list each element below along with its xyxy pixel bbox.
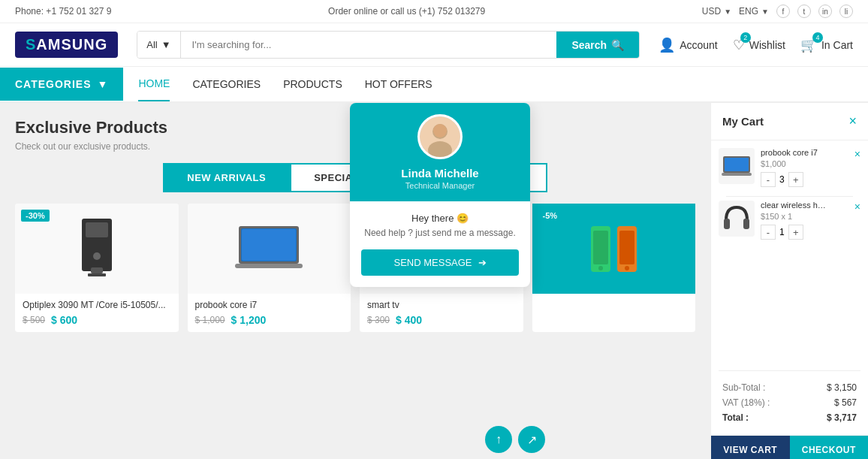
qty-plus-button[interactable]: +: [788, 225, 803, 240]
qty-minus-button[interactable]: -: [761, 172, 776, 187]
cart-item: clear wireless hea... $150 x 1 - 1 + ×: [719, 201, 860, 240]
top-bar: Phone: +1 752 01 327 9 Order online or c…: [0, 0, 868, 23]
categories-chevron-icon: ▼: [98, 78, 109, 90]
bottom-actions: ↑ ↗: [485, 426, 545, 453]
svg-rect-28: [743, 219, 749, 229]
qty-value: 1: [779, 227, 785, 237]
account-action[interactable]: 👤 Account: [659, 37, 718, 53]
subtotal-value: $ 3,150: [827, 382, 857, 393]
svg-rect-4: [88, 273, 106, 276]
product-info: Optiplex 3090 MT /Core i5-10505/... $ 50…: [15, 294, 179, 332]
currency-selector[interactable]: USD ▼: [702, 6, 731, 17]
cart-items: probook core i7 $1,000 - 3 + ×: [711, 140, 868, 367]
phone-icon: [589, 225, 612, 273]
send-message-button[interactable]: SEND MESSAGE ➔: [361, 249, 519, 276]
laptop-icon: [231, 222, 306, 275]
search-button-label: Search: [571, 39, 607, 51]
nav-link-categories[interactable]: CATEGORIES: [192, 68, 261, 101]
price-old: $ 500: [23, 315, 45, 325]
svg-rect-8: [235, 264, 303, 268]
linkedin-icon[interactable]: li: [839, 5, 853, 18]
chat-popup-body: Hey there 😊 Need help ? just send me a m…: [350, 201, 530, 287]
svg-rect-15: [593, 231, 608, 264]
chat-message: Need help ? just send me a message.: [361, 228, 519, 238]
cart-item-price: $150 x 1: [761, 212, 848, 221]
cart-item-qty: - 1 +: [761, 225, 848, 240]
price-old: $ 300: [367, 315, 390, 325]
cart-item: probook core i7 $1,000 - 3 + ×: [719, 148, 860, 187]
total-label: Total :: [722, 412, 749, 423]
cart-item-details: probook core i7 $1,000 - 3 +: [761, 148, 848, 187]
products-area: Exclusive Products Check out our exclusi…: [0, 103, 710, 459]
heart-icon: ♡ 2: [733, 37, 745, 53]
price-new: $ 1,200: [231, 314, 267, 326]
chat-popup-header: Linda Michelle Technical Manager: [350, 103, 530, 201]
vat-value: $ 567: [834, 397, 857, 408]
nav-link-home[interactable]: HOME: [138, 67, 170, 101]
top-bar-right: USD ▼ ENG ▼ f t in li: [702, 5, 853, 18]
search-input[interactable]: [181, 32, 557, 58]
product-badge: -5%: [538, 210, 562, 222]
cart-item-remove-button[interactable]: ×: [854, 148, 860, 160]
chat-greeting: Hey there 😊: [361, 213, 519, 224]
logo[interactable]: SAMSUNG: [15, 32, 118, 58]
nav-link-products[interactable]: PRODUCTS: [283, 68, 342, 101]
language-selector[interactable]: ENG ▼: [739, 6, 769, 17]
twitter-icon[interactable]: t: [797, 5, 811, 18]
svg-point-2: [93, 252, 101, 260]
svg-point-19: [625, 266, 629, 270]
facebook-icon[interactable]: f: [776, 5, 790, 18]
scroll-up-button[interactable]: ↑: [485, 426, 512, 453]
currency-arrow-icon: ▼: [724, 8, 731, 16]
cart-title: My Cart: [722, 115, 764, 128]
nav-links: HOME CATEGORIES PRODUCTS HOT OFFERS: [123, 67, 868, 101]
search-category-selector[interactable]: All ▼: [137, 32, 180, 58]
search-icon: 🔍: [611, 39, 624, 51]
price-new: $ 400: [396, 314, 422, 326]
share-button[interactable]: ↗: [518, 426, 545, 453]
chat-name: Linda Michelle: [361, 167, 519, 180]
main-content: Exclusive Products Check out our exclusi…: [0, 103, 868, 459]
product-price: $ 500 $ 600: [23, 314, 171, 326]
product-price: $ 1,000 $ 1,200: [195, 314, 344, 326]
nav-link-hot-offers[interactable]: HOT OFFERS: [365, 68, 432, 101]
send-btn-label: SEND MESSAGE: [393, 257, 472, 268]
svg-rect-7: [242, 229, 296, 261]
view-cart-button[interactable]: VIEW CART: [711, 436, 790, 459]
svg-point-16: [598, 266, 603, 270]
search-bar: All ▼ Search 🔍: [137, 31, 640, 59]
cart-laptop-icon: [722, 155, 752, 177]
wishlist-action[interactable]: ♡ 2 Wishlist: [733, 37, 785, 53]
cart-totals-divider: [719, 370, 860, 371]
nav-bar: CATEGORIES ▼ HOME CATEGORIES PRODUCTS HO…: [0, 67, 868, 103]
vat-label: VAT (18%) :: [722, 397, 770, 408]
search-button[interactable]: Search 🔍: [556, 32, 639, 58]
account-icon: 👤: [659, 37, 675, 53]
checkout-button[interactable]: CHECKOUT: [790, 436, 869, 459]
svg-rect-18: [619, 231, 634, 264]
cart-badge: 4: [812, 32, 823, 43]
svg-point-23: [433, 124, 447, 137]
product-info: probook core i7 $ 1,000 $ 1,200: [188, 294, 351, 332]
price-old: $ 1,000: [195, 315, 225, 325]
instagram-icon[interactable]: in: [818, 5, 832, 18]
product-image: [188, 204, 351, 294]
product-badge: -30%: [21, 210, 50, 222]
cart-action[interactable]: 🛒 4 In Cart: [800, 37, 853, 53]
subtotal-label: Sub-Total :: [722, 382, 765, 393]
product-card: probook core i7 $ 1,000 $ 1,200: [188, 204, 351, 332]
svg-rect-25: [725, 158, 749, 171]
cart-item-name: clear wireless hea...: [761, 201, 828, 210]
chat-popup: Linda Michelle Technical Manager Hey the…: [350, 103, 530, 287]
cart-item-price: $1,000: [761, 159, 848, 168]
account-label: Account: [680, 39, 718, 51]
cart-item-remove-button[interactable]: ×: [854, 201, 860, 213]
cart-close-button[interactable]: ×: [848, 113, 857, 129]
qty-minus-button[interactable]: -: [761, 225, 776, 240]
total-row: Total : $ 3,717: [722, 412, 857, 423]
category-dropdown-icon: ▼: [161, 39, 171, 50]
categories-dropdown-btn[interactable]: CATEGORIES ▼: [0, 68, 123, 101]
total-value: $ 3,717: [827, 412, 857, 423]
tab-new-arrivals[interactable]: NEW ARRIVALS: [163, 163, 290, 192]
qty-plus-button[interactable]: +: [788, 172, 803, 187]
